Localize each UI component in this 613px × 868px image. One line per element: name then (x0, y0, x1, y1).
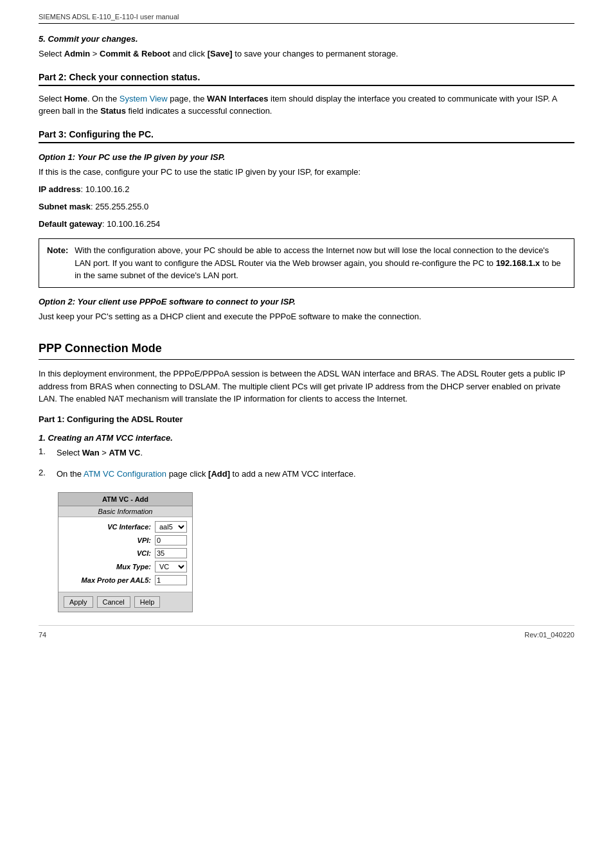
step-item-2: 2. On the ATM VC Configuration page clic… (39, 468, 574, 486)
ppp-step1-heading: 1. Creating an ATM VCC interface. (39, 433, 574, 443)
ip-address-line: IP address: 10.100.16.2 (39, 183, 574, 197)
option1-heading: Option 1: Your PC use the IP given by yo… (39, 152, 574, 162)
ppp-intro: In this deployment environment, the PPPo… (39, 368, 574, 405)
atm-row-vc: VC Interface: aal5 0 (64, 521, 187, 533)
subnet-mask-line: Subnet mask: 255.255.255.0 (39, 200, 574, 214)
cancel-button[interactable]: Cancel (97, 596, 130, 608)
revision: Rev:01_040220 (524, 631, 574, 639)
atm-row-vpi: VPI: (64, 535, 187, 545)
help-button[interactable]: Help (134, 596, 161, 608)
atm-dialog-body: VC Interface: aal5 0 VPI: VCI: Mux Type:… (58, 517, 192, 592)
page-number: 74 (39, 631, 46, 639)
option1-intro: If this is the case, configure your PC t… (39, 166, 574, 179)
option2-text: Just keep your PC's setting as a DHCP cl… (39, 310, 574, 323)
option2-heading: Option 2: Your client use PPPoE software… (39, 297, 574, 306)
apply-button[interactable]: Apply (64, 596, 93, 608)
vpi-input[interactable] (155, 535, 187, 545)
footer-bar: 74 Rev:01_040220 (39, 625, 574, 639)
gateway-line: Default gateway: 10.100.16.254 (39, 218, 574, 231)
note-content: With the configuration above, your PC sh… (75, 244, 566, 282)
maxproto-input[interactable] (155, 575, 187, 585)
part2-heading: Part 2: Check your connection status. (39, 72, 574, 86)
ppp-section-heading: PPP Connection Mode (39, 342, 574, 360)
atm-row-maxproto: Max Proto per AAL5: (64, 575, 187, 585)
ppp-part1-heading: Part 1: Configuring the ADSL Router (39, 414, 574, 424)
step-num-2: 2. (39, 468, 51, 486)
vci-input[interactable] (155, 548, 187, 558)
note-box: Note: With the configuration above, your… (39, 238, 574, 288)
atm-row-vci: VCI: (64, 548, 187, 558)
atm-label-vci: VCI: (80, 549, 151, 557)
part2-paragraph: Select Home. On the System View page, th… (39, 93, 574, 118)
atm-button-bar: Apply Cancel Help (58, 592, 192, 612)
atm-label-vc: VC Interface: (80, 523, 151, 531)
atm-label-maxproto: Max Proto per AAL5: (80, 576, 151, 584)
mux-type-select[interactable]: VC (155, 561, 187, 572)
header-bar: SIEMENS ADSL E-110_E-110-I user manual (39, 13, 574, 24)
commit-heading: 5. Commit your changes. (39, 34, 574, 44)
step-item-1: 1. Select Wan > ATM VC. (39, 447, 574, 465)
atm-label-mux: Mux Type: (80, 563, 151, 571)
atm-dialog: ATM VC - Add Basic Information VC Interf… (58, 492, 193, 612)
atm-row-mux: Mux Type: VC (64, 561, 187, 572)
commit-paragraph: Select Admin > Commit & Reboot and click… (39, 48, 574, 60)
atm-label-vpi: VPI: (80, 536, 151, 544)
document-title: SIEMENS ADSL E-110_E-110-I user manual (39, 13, 179, 21)
part3-heading: Part 3: Configuring the PC. (39, 129, 574, 143)
step-num-1: 1. (39, 447, 51, 465)
vc-interface-select[interactable]: aal5 0 (155, 521, 187, 533)
atm-dialog-title: ATM VC - Add (58, 493, 192, 506)
atm-dialog-section: Basic Information (58, 506, 192, 517)
